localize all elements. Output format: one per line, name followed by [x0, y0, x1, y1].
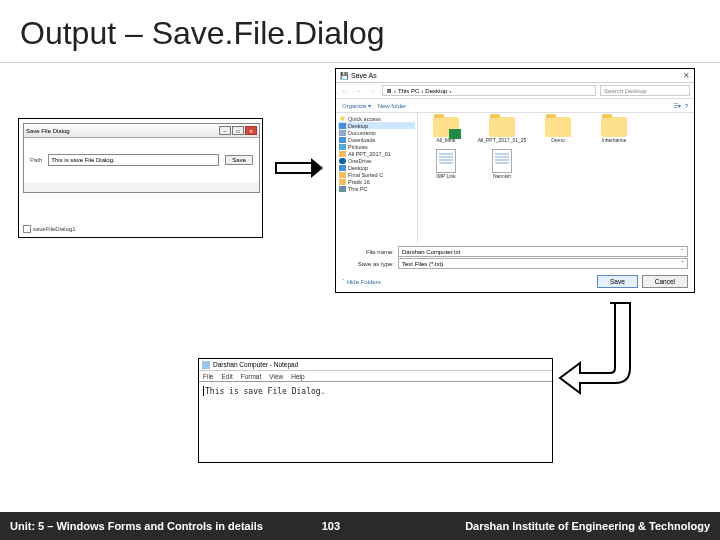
component-icon: [23, 225, 31, 233]
filename-label: File name:: [342, 249, 394, 255]
address-bar[interactable]: 🖥 › This PC › Desktop ›: [382, 85, 596, 96]
menu-help[interactable]: Help: [291, 373, 304, 380]
path-label: Path: [30, 157, 42, 163]
sidebar-thispc[interactable]: This PC: [338, 185, 415, 192]
sidebar-pictures[interactable]: Pictures: [338, 143, 415, 150]
new-folder-button[interactable]: New folder: [378, 103, 407, 109]
hide-folders-link[interactable]: ˄ Hide Folders: [342, 278, 381, 285]
help-icon[interactable]: ?: [685, 103, 688, 109]
sidebar-ppt-folder[interactable]: All PPT_2017_01: [338, 150, 415, 157]
window-title: Save File Dialog: [26, 128, 70, 134]
notepad-icon: [202, 361, 210, 369]
breadcrumb-loc[interactable]: Desktop: [425, 88, 447, 94]
path-input[interactable]: [48, 154, 219, 166]
sidebar-desktop2[interactable]: Desktop: [338, 164, 415, 171]
sidebar-documents[interactable]: Documents: [338, 129, 415, 136]
folder-item[interactable]: All_PPT_2017_01_25: [480, 117, 524, 143]
source-form-panel: Save File Dialog – □ ✕ Path Save saveFil…: [18, 118, 263, 238]
arrow-right-icon: [275, 158, 325, 178]
component-name: saveFileDialog1: [33, 226, 76, 232]
footer-institute: Darshan Institute of Engineering & Techn…: [361, 520, 720, 532]
folder-item[interactable]: All_Mine: [424, 117, 468, 143]
dropdown-icon[interactable]: ˅: [681, 248, 684, 255]
menu-view[interactable]: View: [269, 373, 283, 380]
footer-page: 103: [301, 520, 361, 532]
up-icon[interactable]: ↑: [368, 86, 378, 96]
sidebar-pratik[interactable]: Pratik 16: [338, 178, 415, 185]
menu-edit[interactable]: Edit: [221, 373, 232, 380]
menu-format[interactable]: Format: [241, 373, 262, 380]
menu-file[interactable]: File: [203, 373, 213, 380]
dropdown-icon[interactable]: ˅: [681, 260, 684, 267]
notepad-content[interactable]: This is save File Dialog.: [199, 382, 552, 400]
pc-icon: 🖥: [386, 88, 392, 94]
minimize-icon[interactable]: –: [219, 126, 231, 135]
close-icon[interactable]: ✕: [683, 71, 690, 80]
disk-icon: 💾: [340, 72, 349, 79]
source-window: Save File Dialog – □ ✕ Path Save: [23, 123, 260, 193]
cancel-button[interactable]: Cancel: [642, 275, 688, 288]
file-grid: All_Mine All_PPT_2017_01_25 Demo Inherit…: [418, 113, 694, 243]
folder-item[interactable]: Demo: [536, 117, 580, 143]
sidebar-final[interactable]: Final Sorted C: [338, 171, 415, 178]
sidebar: Quick access Desktop Documents Downloads…: [336, 113, 418, 243]
footer-unit: Unit: 5 – Windows Forms and Controls in …: [0, 520, 301, 532]
back-icon[interactable]: ←: [340, 86, 350, 96]
filename-input[interactable]: Darshan Computer.txt˅: [398, 246, 688, 257]
save-as-dialog: 💾 Save As ✕ ← → ↑ 🖥 › This PC › Desktop …: [335, 68, 695, 293]
saveastype-label: Save as type:: [342, 261, 394, 267]
saveastype-select[interactable]: Text Files (*.txt)˅: [398, 258, 688, 269]
sidebar-desktop[interactable]: Desktop: [338, 122, 415, 129]
file-item[interactable]: IMP Link: [424, 149, 468, 179]
forward-icon[interactable]: →: [354, 86, 364, 96]
dialog-title: Save As: [351, 72, 377, 79]
save-button[interactable]: Save: [597, 275, 638, 288]
save-button[interactable]: Save: [225, 155, 253, 165]
notepad-window: Darshan Computer - Notepad File Edit For…: [198, 358, 553, 463]
search-input[interactable]: Search Desktop: [600, 85, 690, 96]
arrow-curved-icon: [555, 298, 645, 398]
component-tray: saveFileDialog1: [23, 225, 76, 233]
close-icon[interactable]: ✕: [245, 126, 257, 135]
maximize-icon[interactable]: □: [232, 126, 244, 135]
slide-title: Output – Save.File.Dialog: [0, 0, 720, 63]
chevron-up-icon: ˄: [342, 279, 345, 285]
breadcrumb-pc[interactable]: This PC: [398, 88, 419, 94]
organize-menu[interactable]: Organize ▾: [342, 103, 371, 109]
search-placeholder: Search Desktop: [604, 88, 647, 94]
file-item[interactable]: Naimish: [480, 149, 524, 179]
slide-footer: Unit: 5 – Windows Forms and Controls in …: [0, 512, 720, 540]
folder-item[interactable]: Inheritance: [592, 117, 636, 143]
notepad-title: Darshan Computer - Notepad: [213, 361, 298, 368]
sidebar-quick-access[interactable]: Quick access: [338, 115, 415, 122]
sidebar-onedrive[interactable]: OneDrive: [338, 157, 415, 164]
sidebar-downloads[interactable]: Downloads: [338, 136, 415, 143]
view-icon[interactable]: ☰▾: [673, 103, 681, 109]
